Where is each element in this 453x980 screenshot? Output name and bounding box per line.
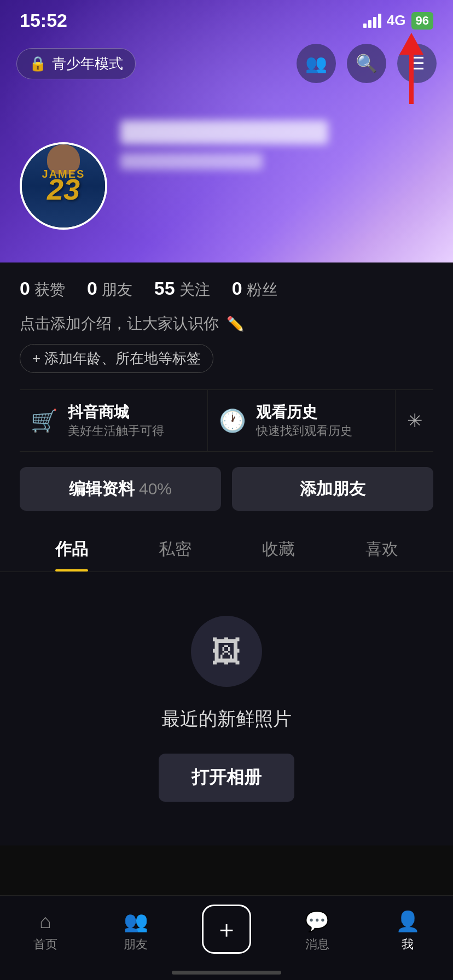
messages-icon: 💬 <box>305 910 329 933</box>
nav-me[interactable]: 👤 我 <box>362 910 453 953</box>
avatar-inner: JAMES 23 <box>22 144 105 228</box>
nav-friends[interactable]: 👥 朋友 <box>91 910 182 953</box>
shop-title: 抖音商城 <box>68 402 164 423</box>
friends-count: 0 <box>87 278 97 299</box>
bottom-nav: ⌂ 首页 👥 朋友 ＋ 💬 消息 👤 我 <box>0 895 453 980</box>
add-tags-button[interactable]: + 添加年龄、所在地等标签 <box>20 344 213 373</box>
friends-icon: 👥 <box>124 910 148 933</box>
nav-home[interactable]: ⌂ 首页 <box>0 910 91 953</box>
following-label: 关注 <box>179 279 210 300</box>
open-album-label: 打开相册 <box>191 767 262 787</box>
profile-info: 0 获赞 0 朋友 55 关注 0 粉丝 点击添加介绍，让大家认识你 ✏️ + … <box>0 262 453 572</box>
blurred-subtitle <box>120 153 263 170</box>
asterisk-icon: ✳ <box>407 410 422 431</box>
status-icons: 4G 96 <box>363 12 433 30</box>
history-icon: 🕐 <box>219 408 246 434</box>
bio-row[interactable]: 点击添加介绍，让大家认识你 ✏️ <box>20 313 433 334</box>
friends-nav-icon: 👥 <box>305 53 327 74</box>
edit-profile-button[interactable]: 编辑资料 40% <box>20 467 221 511</box>
status-bar: 15:52 4G 96 <box>0 0 453 37</box>
shop-icon: 🛒 <box>31 408 58 434</box>
shop-text: 抖音商城 美好生活触手可得 <box>68 402 164 439</box>
search-icon: 🔍 <box>356 53 378 74</box>
tab-private[interactable]: 私密 <box>123 527 226 571</box>
service-more-button[interactable]: ✳ <box>395 390 433 451</box>
tab-likes-label: 喜欢 <box>365 540 398 558</box>
search-nav-button[interactable]: 🔍 <box>347 44 386 83</box>
followers-label: 粉丝 <box>247 279 277 300</box>
red-arrow-annotation <box>399 33 423 104</box>
home-indicator <box>172 971 281 975</box>
edit-profile-percent: 40% <box>139 480 172 498</box>
service-row: 🛒 抖音商城 美好生活触手可得 🕐 观看历史 快速找到观看历史 ✳ <box>20 389 433 452</box>
service-history[interactable]: 🕐 观看历史 快速找到观看历史 <box>207 390 396 451</box>
add-friend-button[interactable]: 添加朋友 <box>232 467 433 511</box>
me-icon: 👤 <box>396 910 420 933</box>
history-text: 观看历史 快速找到观看历史 <box>256 402 352 439</box>
friends-label: 朋友 <box>102 279 132 300</box>
stat-following[interactable]: 55 关注 <box>154 278 210 300</box>
nav-messages[interactable]: 💬 消息 <box>272 910 363 953</box>
following-count: 55 <box>154 278 175 299</box>
youth-mode-badge[interactable]: 🔒 青少年模式 <box>16 48 136 79</box>
add-friend-label: 添加朋友 <box>300 478 365 500</box>
tab-favorites[interactable]: 收藏 <box>226 527 330 571</box>
stats-row: 0 获赞 0 朋友 55 关注 0 粉丝 <box>20 278 433 300</box>
service-shop[interactable]: 🛒 抖音商城 美好生活触手可得 <box>20 390 207 451</box>
tab-works-label: 作品 <box>55 540 88 558</box>
create-button[interactable]: ＋ <box>202 905 251 954</box>
tab-private-label: 私密 <box>159 540 191 558</box>
photo-icon: 🖼 <box>211 634 242 669</box>
tab-favorites-label: 收藏 <box>262 540 295 558</box>
history-title: 观看历史 <box>256 402 352 423</box>
stat-followers: 0 粉丝 <box>232 278 277 300</box>
nav-create[interactable]: ＋ <box>181 905 272 958</box>
tab-works[interactable]: 作品 <box>20 527 123 571</box>
messages-label: 消息 <box>305 936 329 953</box>
avatar[interactable]: JAMES 23 <box>20 142 107 230</box>
battery-indicator: 96 <box>411 12 433 30</box>
jersey-number: 23 <box>47 172 80 206</box>
top-nav: 🔒 青少年模式 👥 🔍 ☰ <box>0 44 453 83</box>
stat-likes: 0 获赞 <box>20 278 65 300</box>
friends-nav-button[interactable]: 👥 <box>297 44 336 83</box>
edit-bio-icon: ✏️ <box>226 316 244 332</box>
blurred-username <box>120 120 328 144</box>
likes-count: 0 <box>20 278 30 299</box>
empty-content-title: 最近的新鲜照片 <box>161 707 292 732</box>
stat-friends: 0 朋友 <box>87 278 132 300</box>
friends-label: 朋友 <box>124 936 148 953</box>
history-subtitle: 快速找到观看历史 <box>256 423 352 439</box>
home-icon: ⌂ <box>39 910 51 933</box>
bio-text: 点击添加介绍，让大家认识你 <box>20 313 219 334</box>
content-area: 🖼 最近的新鲜照片 打开相册 <box>0 572 453 845</box>
signal-icon <box>363 14 381 28</box>
open-album-button[interactable]: 打开相册 <box>159 754 294 802</box>
profile-name-area <box>120 120 409 170</box>
youth-mode-label: 青少年模式 <box>52 54 123 73</box>
content-empty-icon: 🖼 <box>191 616 262 687</box>
home-label: 首页 <box>33 936 57 953</box>
add-tags-label: + 添加年龄、所在地等标签 <box>32 349 201 368</box>
tab-likes[interactable]: 喜欢 <box>330 527 433 571</box>
plus-icon: ＋ <box>214 913 239 946</box>
profile-hero: 🔒 青少年模式 👥 🔍 ☰ JAMES 23 <box>0 0 453 262</box>
shop-subtitle: 美好生活触手可得 <box>68 423 164 439</box>
network-indicator: 4G <box>387 12 406 29</box>
youth-mode-icon: 🔒 <box>29 55 47 72</box>
arrow-shaft <box>409 55 414 104</box>
likes-label: 获赞 <box>34 279 65 300</box>
me-label: 我 <box>402 936 414 953</box>
followers-count: 0 <box>232 278 242 299</box>
tags-row: + 添加年龄、所在地等标签 <box>20 344 433 373</box>
status-time: 15:52 <box>20 10 67 31</box>
edit-profile-label: 编辑资料 <box>69 478 135 500</box>
action-row: 编辑资料 40% 添加朋友 <box>20 467 433 511</box>
tabs-row: 作品 私密 收藏 喜欢 <box>0 527 453 572</box>
